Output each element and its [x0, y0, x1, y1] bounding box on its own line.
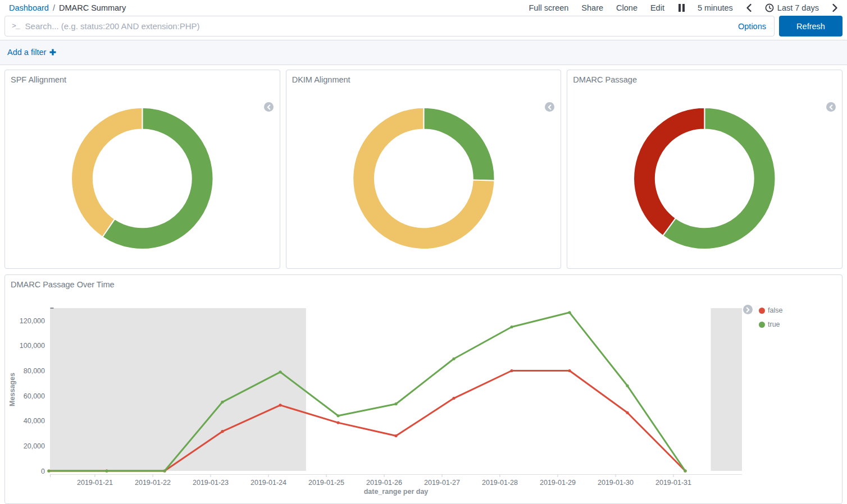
share-menu-item[interactable]: Share — [581, 3, 603, 12]
fullscreen-menu-item[interactable]: Full screen — [529, 3, 568, 12]
clone-menu-item[interactable]: Clone — [616, 3, 637, 12]
x-tick-label: 2019-01-21 — [77, 479, 113, 487]
y-axis-title: Messages — [8, 373, 16, 406]
time-back-button[interactable] — [746, 3, 752, 12]
pause-button[interactable] — [678, 4, 685, 12]
data-point-false[interactable] — [568, 369, 571, 372]
data-point-true[interactable] — [336, 414, 339, 417]
data-point-false[interactable] — [626, 411, 629, 414]
data-point-true[interactable] — [568, 311, 571, 314]
breadcrumb: Dashboard / DMARC Summary — [9, 3, 126, 12]
data-point-true[interactable] — [163, 469, 166, 472]
x-tick-label: 2019-01-28 — [482, 479, 518, 487]
top-menu: Full screen Share Clone Edit 5 minutes L… — [529, 3, 838, 12]
data-point-false[interactable] — [336, 421, 339, 424]
y-tick-label: 60,000 — [24, 392, 45, 400]
time-forward-button[interactable] — [832, 3, 838, 12]
data-point-true[interactable] — [279, 370, 281, 373]
edit-menu-item[interactable]: Edit — [650, 3, 664, 12]
legend-label: false — [768, 306, 782, 314]
donut-segment-red[interactable] — [634, 108, 705, 236]
endzone — [711, 308, 742, 471]
dmarc-donut-chart — [567, 70, 842, 268]
timeline-chart: 2019-01-212019-01-222019-01-232019-01-24… — [5, 275, 842, 503]
filter-bar: Add a filter — [0, 40, 847, 65]
query-bar: >_ Options Refresh — [0, 15, 847, 40]
plus-icon — [49, 49, 56, 56]
y-tick-label: 120,000 — [20, 317, 45, 325]
legend-toggle-button[interactable] — [743, 305, 753, 314]
add-filter-label: Add a filter — [7, 48, 46, 57]
data-point-true[interactable] — [452, 358, 455, 360]
console-prompt-icon: >_ — [12, 22, 20, 30]
data-point-false[interactable] — [279, 404, 281, 406]
panel-spf-alignment: SPF Allignment — [4, 70, 280, 269]
panel-dmarc-passage-over-time: DMARC Passage Over Time 2019-01-212019-0… — [4, 274, 843, 504]
x-tick-label: 2019-01-27 — [424, 479, 460, 487]
donut-segment-yellow[interactable] — [71, 108, 142, 237]
x-tick-label: 2019-01-29 — [540, 479, 576, 487]
y-tick-label: 80,000 — [24, 367, 45, 375]
data-point-true[interactable] — [684, 469, 686, 472]
data-point-false[interactable] — [510, 369, 513, 372]
legend-dot-true — [759, 322, 765, 328]
data-point-true[interactable] — [394, 402, 397, 405]
dkim-donut-chart — [286, 70, 561, 268]
data-point-false[interactable] — [452, 397, 455, 400]
y-tick-label: 100,000 — [20, 342, 45, 350]
data-point-true[interactable] — [626, 384, 629, 387]
x-tick-label: 2019-01-24 — [251, 479, 286, 487]
panel-dkim-alignment: DKIM Alignment — [286, 70, 562, 269]
time-range-label: Last 7 days — [777, 3, 819, 12]
breadcrumb-separator: / — [53, 3, 55, 12]
donut-row: SPF Allignment DKIM Alignment DMARC Pass… — [4, 70, 843, 269]
refresh-button[interactable]: Refresh — [779, 16, 843, 36]
legend-dot-false — [759, 308, 765, 314]
x-tick-label: 2019-01-25 — [308, 479, 344, 487]
legend-item-true[interactable]: true — [759, 320, 782, 328]
refresh-interval-button[interactable]: 5 minutes — [698, 3, 733, 12]
dashboard: SPF Allignment DKIM Alignment DMARC Pass… — [0, 65, 847, 504]
x-tick-label: 2019-01-31 — [655, 479, 691, 487]
pause-icon — [678, 4, 681, 12]
y-tick-label: 20,000 — [24, 442, 45, 450]
legend-label: true — [768, 320, 780, 328]
data-point-true[interactable] — [510, 326, 513, 328]
panel-dmarc-passage: DMARC Passage — [567, 70, 843, 269]
chevron-right-icon — [745, 307, 750, 313]
time-picker-button[interactable]: Last 7 days — [765, 3, 819, 12]
search-input[interactable] — [25, 21, 738, 31]
data-point-false[interactable] — [221, 430, 224, 433]
add-filter-link[interactable]: Add a filter — [7, 48, 56, 57]
x-axis-title: date_range per day — [364, 488, 429, 496]
data-point-true[interactable] — [47, 469, 50, 472]
chevron-left-icon — [746, 3, 752, 12]
data-point-false[interactable] — [394, 434, 397, 437]
options-link[interactable]: Options — [738, 22, 766, 31]
x-tick-label: 2019-01-23 — [193, 479, 229, 487]
chart-legend: false true — [759, 306, 782, 328]
breadcrumb-current: DMARC Summary — [59, 3, 126, 12]
donut-segment-green[interactable] — [424, 108, 494, 181]
data-point-true[interactable] — [221, 401, 224, 404]
endzone — [50, 308, 306, 471]
x-tick-label: 2019-01-30 — [598, 479, 634, 487]
x-tick-label: 2019-01-22 — [135, 479, 171, 487]
data-point-true[interactable] — [105, 469, 108, 472]
spf-donut-chart — [5, 70, 280, 268]
clock-icon — [765, 3, 774, 12]
chevron-right-icon — [832, 3, 838, 12]
breadcrumb-dashboard-link[interactable]: Dashboard — [9, 3, 49, 12]
y-tick-label: 0 — [41, 468, 45, 475]
legend-item-false[interactable]: false — [759, 306, 782, 314]
x-tick-label: 2019-01-26 — [366, 479, 402, 487]
search-box: >_ Options — [4, 16, 775, 36]
y-tick-label: 40,000 — [24, 417, 45, 425]
chrome-header: Dashboard / DMARC Summary Full screen Sh… — [0, 0, 847, 15]
